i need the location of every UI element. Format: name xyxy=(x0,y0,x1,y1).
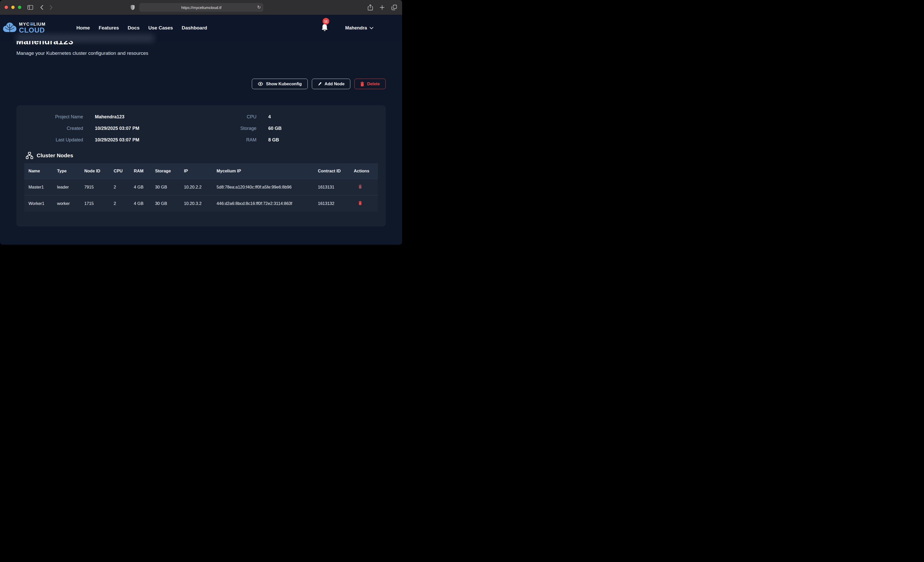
new-tab-icon[interactable] xyxy=(380,5,385,10)
info-label: RAM xyxy=(214,136,256,144)
info-label: Project Name xyxy=(16,112,83,121)
delete-node-button[interactable] xyxy=(357,200,363,206)
page-subtitle: Manage your Kubernetes cluster configura… xyxy=(16,51,386,56)
back-button[interactable] xyxy=(40,5,44,10)
cluster-actions: Show Kubeconfig Add Node Delete xyxy=(16,79,386,89)
mycelium-cloud-logo-icon xyxy=(3,22,17,34)
nodes-tree-icon xyxy=(26,152,33,159)
chevron-down-icon xyxy=(369,27,374,29)
info-value-last-updated: 10/29/2025 03:07 PM xyxy=(95,136,202,144)
privacy-shield-icon[interactable] xyxy=(130,4,135,10)
cell-storage: 30 GB xyxy=(151,195,180,212)
nav-item-home[interactable]: Home xyxy=(76,25,90,31)
share-icon[interactable] xyxy=(368,4,373,10)
notifications-button[interactable]: 11 xyxy=(321,24,329,32)
cluster-details-panel: Project Name Mahendra123 CPU 4 Created 1… xyxy=(16,105,386,226)
info-value-project-name: Mahendra123 xyxy=(95,112,202,121)
info-label: Last Updated xyxy=(16,136,83,144)
cell-ram: 4 GB xyxy=(130,195,151,212)
cell-mycelium-ip: 446:d2a6:8bcd:8c16:ff0f:72e2:3114:863f xyxy=(213,195,314,212)
cell-contract-id: 1613131 xyxy=(314,179,350,195)
col-header-name: Name xyxy=(24,163,53,179)
cell-ip: 10.20.2.2 xyxy=(180,179,212,195)
info-label: Created xyxy=(16,124,83,133)
scrolled-title-blur xyxy=(16,34,154,42)
main-nav: Home Features Docs Use Cases Dashboard xyxy=(76,25,207,31)
delete-node-button[interactable] xyxy=(357,184,363,189)
bell-icon xyxy=(321,24,328,32)
col-header-mycelium-ip: Mycelium IP xyxy=(213,163,314,179)
col-header-ip: IP xyxy=(180,163,212,179)
pencil-icon xyxy=(318,82,322,86)
page-title-clip: Mahendra123 xyxy=(16,41,386,47)
info-label: Storage xyxy=(214,124,256,133)
trash-icon xyxy=(358,184,362,189)
col-header-contract-id: Contract ID xyxy=(314,163,350,179)
logo-e-glyph xyxy=(30,22,33,26)
user-name: Mahendra xyxy=(345,25,367,31)
nav-item-use-cases[interactable]: Use Cases xyxy=(148,25,173,31)
cell-storage: 30 GB xyxy=(151,179,180,195)
cell-name: Master1 xyxy=(24,179,53,195)
url-text: https://myceliumcloud.tf xyxy=(181,5,222,10)
cluster-nodes-heading: Cluster Nodes xyxy=(26,152,386,159)
table-row: Master1leader791524 GB30 GB10.20.2.25d8:… xyxy=(24,179,378,195)
col-header-ram: RAM xyxy=(130,163,151,179)
add-node-button[interactable]: Add Node xyxy=(312,79,351,89)
table-header-row: Name Type Node ID CPU RAM Storage IP Myc… xyxy=(24,163,378,179)
browser-chrome: https://myceliumcloud.tf ↻ xyxy=(0,0,402,15)
info-value-ram: 8 GB xyxy=(268,136,386,144)
main-content: Mahendra123 Manage your Kubernetes clust… xyxy=(0,41,402,226)
nav-item-docs[interactable]: Docs xyxy=(128,25,140,31)
zoom-window-button[interactable] xyxy=(18,6,21,9)
cell-contract-id: 1613132 xyxy=(314,195,350,212)
nodes-table-wrap: Name Type Node ID CPU RAM Storage IP Myc… xyxy=(24,163,378,212)
page-title: Mahendra123 xyxy=(16,41,386,47)
logo-line2: CLOUD xyxy=(19,27,46,34)
delete-cluster-button[interactable]: Delete xyxy=(354,79,386,89)
minimize-window-button[interactable] xyxy=(11,6,15,9)
col-header-storage: Storage xyxy=(151,163,180,179)
tab-overview-icon[interactable] xyxy=(392,4,397,10)
info-value-storage: 60 GB xyxy=(268,124,386,133)
nodes-table-body: Master1leader791524 GB30 GB10.20.2.25d8:… xyxy=(24,179,378,212)
forward-button[interactable] xyxy=(50,5,52,10)
info-label: CPU xyxy=(214,112,256,121)
col-header-actions: Actions xyxy=(350,163,378,179)
cell-name: Worker1 xyxy=(24,195,53,212)
trash-icon xyxy=(360,82,364,86)
user-menu[interactable]: Mahendra xyxy=(345,25,374,31)
col-header-type: Type xyxy=(53,163,80,179)
logo-line1: MYCLIUM xyxy=(19,22,46,26)
reload-icon[interactable]: ↻ xyxy=(257,4,261,10)
col-header-node-id: Node ID xyxy=(80,163,110,179)
logo[interactable]: MYCLIUM CLOUD xyxy=(3,22,46,34)
cell-node-id: 7915 xyxy=(80,179,110,195)
cell-cpu: 2 xyxy=(110,179,130,195)
site-header: MYCLIUM CLOUD Home Features Docs Use Cas… xyxy=(0,15,402,41)
close-window-button[interactable] xyxy=(4,6,8,9)
info-value-cpu: 4 xyxy=(268,112,386,121)
nodes-table: Name Type Node ID CPU RAM Storage IP Myc… xyxy=(24,163,378,212)
cell-actions xyxy=(350,179,378,195)
nav-item-features[interactable]: Features xyxy=(99,25,119,31)
cell-node-id: 1715 xyxy=(80,195,110,212)
window-controls xyxy=(4,6,21,9)
notification-badge: 11 xyxy=(322,18,329,25)
info-value-created: 10/29/2025 03:07 PM xyxy=(95,124,202,133)
cell-type: worker xyxy=(53,195,80,212)
nav-item-dashboard[interactable]: Dashboard xyxy=(182,25,207,31)
cell-mycelium-ip: 5d8:78ea:a120:f40c:ff0f:a5fe:99e6:8b96 xyxy=(213,179,314,195)
show-kubeconfig-button[interactable]: Show Kubeconfig xyxy=(252,79,308,89)
address-bar[interactable]: https://myceliumcloud.tf ↻ xyxy=(139,3,263,12)
cluster-nodes-title: Cluster Nodes xyxy=(37,152,73,158)
cell-ip: 10.20.3.2 xyxy=(180,195,212,212)
cell-cpu: 2 xyxy=(110,195,130,212)
table-row: Worker1worker171524 GB30 GB10.20.3.2446:… xyxy=(24,195,378,212)
cluster-info-grid: Project Name Mahendra123 CPU 4 Created 1… xyxy=(16,112,386,144)
cell-ram: 4 GB xyxy=(130,179,151,195)
trash-icon xyxy=(358,201,362,205)
cell-actions xyxy=(350,195,378,212)
browser-window: https://myceliumcloud.tf ↻ xyxy=(0,0,402,245)
sidebar-toggle-icon[interactable] xyxy=(27,5,33,10)
